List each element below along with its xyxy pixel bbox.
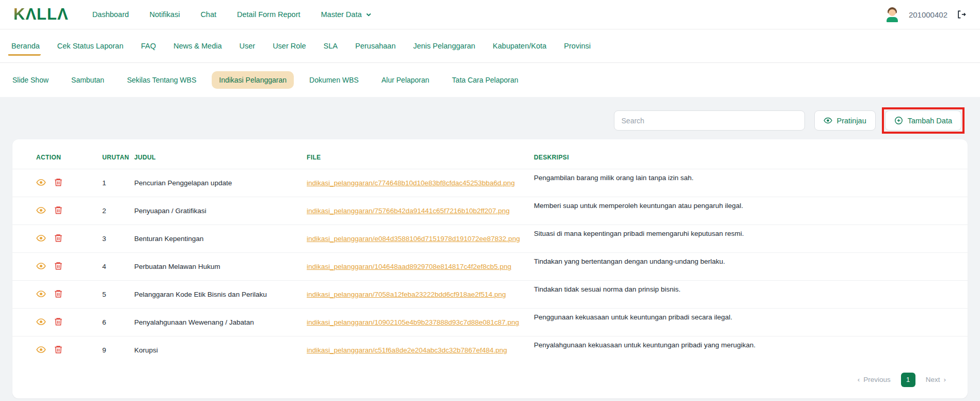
indikasi-pelanggaran-table: ACTION URUTAN JUDUL FILE DESKRIPSI 1 Pen… [12, 139, 968, 364]
search-input[interactable] [614, 110, 805, 131]
nav-item-notifikasi[interactable]: Notifikasi [150, 10, 180, 19]
file-link[interactable]: indikasi_pelanggaran/7058a12feba23222bdd… [307, 291, 506, 298]
cell-urutan: 4 [102, 253, 134, 281]
nav-item-chat[interactable]: Chat [200, 10, 216, 19]
file-link[interactable]: indikasi_pelanggaran/10902105e4b9b237888… [307, 318, 519, 326]
cell-urutan: 6 [102, 309, 134, 336]
cell-urutan: 1 [102, 169, 134, 197]
kalla-logo[interactable]: KΛLLΛ [13, 5, 69, 24]
tab-beranda[interactable]: Beranda [11, 29, 40, 62]
file-link[interactable]: indikasi_pelanggaran/75766b42da91441c65f… [307, 207, 510, 215]
cell-deskripsi: Penyalahgunaan kekuasaan untuk keuntunga… [534, 336, 968, 364]
view-icon[interactable] [36, 205, 46, 215]
data-table-card: ACTION URUTAN JUDUL FILE DESKRIPSI 1 Pen… [12, 139, 968, 398]
table-header-urutan: URUTAN [102, 139, 134, 169]
view-icon[interactable] [36, 233, 46, 243]
nav-item-dashboard[interactable]: Dashboard [92, 10, 129, 19]
subtab-dokumen-wbs[interactable]: Dokumen WBS [302, 71, 366, 89]
file-link[interactable]: indikasi_pelanggaran/104648aad8929708e81… [307, 263, 511, 270]
previous-page-button[interactable]: ‹ Previous [858, 376, 891, 383]
tambah-data-label: Tambah Data [908, 117, 952, 125]
file-link[interactable]: indikasi_pelanggaran/e084d3588106d715197… [307, 235, 520, 243]
page-number-current[interactable]: 1 [901, 373, 915, 387]
pagination: ‹ Previous 1 Next › [12, 364, 968, 393]
tab-news-media[interactable]: News & Media [173, 29, 222, 62]
tab-user[interactable]: User [240, 29, 256, 62]
table-header-file: FILE [307, 139, 534, 169]
tab-cek-status-laporan[interactable]: Cek Status Laporan [57, 29, 123, 62]
table-header-deskripsi: DESKRIPSI [534, 139, 968, 169]
chevron-left-icon: ‹ [858, 376, 860, 383]
cell-urutan: 5 [102, 281, 134, 309]
cell-deskripsi: Penggunaan kekuasaan untuk keuntungan pr… [534, 309, 968, 336]
table-row: 6 Penyalahgunaan Wewenang / Jabatan indi… [12, 309, 968, 336]
delete-icon[interactable] [54, 261, 63, 270]
logout-icon[interactable] [956, 9, 967, 20]
tab-jenis-pelanggaran[interactable]: Jenis Pelanggaran [413, 29, 475, 62]
file-link[interactable]: indikasi_pelanggaran/c51f6a8de2e204abc3d… [307, 346, 507, 354]
cell-deskripsi: Tindakan yang bertentangan dengan undang… [534, 253, 968, 281]
nav-item-detail-form-report[interactable]: Detail Form Report [237, 10, 300, 19]
tab-sla[interactable]: SLA [324, 29, 338, 62]
subtab-slide-show[interactable]: Slide Show [5, 71, 56, 89]
cell-judul: Pencurian Penggelapan update [134, 169, 307, 197]
table-row: 1 Pencurian Penggelapan update indikasi_… [12, 169, 968, 197]
top-nav: Dashboard Notifikasi Chat Detail Form Re… [92, 10, 372, 19]
table-row: 4 Perbuatan Melawan Hukum indikasi_pelan… [12, 253, 968, 281]
table-row: 3 Benturan Kepentingan indikasi_pelangga… [12, 225, 968, 253]
sub-tabs: Slide Show Sambutan Sekilas Tentang WBS … [0, 63, 980, 97]
delete-icon[interactable] [54, 289, 63, 298]
cell-deskripsi: Memberi suap untuk memperoleh keuntungan… [534, 197, 968, 225]
view-icon[interactable] [36, 289, 46, 299]
plus-circle-icon [894, 116, 903, 125]
view-icon[interactable] [36, 345, 46, 355]
subtab-indikasi-pelanggaran[interactable]: Indikasi Pelanggaran [212, 71, 294, 89]
cell-judul: Penyuapan / Gratifikasi [134, 197, 307, 225]
next-label: Next [926, 376, 940, 383]
delete-icon[interactable] [54, 205, 63, 215]
table-row: 2 Penyuapan / Gratifikasi indikasi_pelan… [12, 197, 968, 225]
main-tabs: Beranda Cek Status Laporan FAQ News & Me… [0, 29, 980, 63]
delete-icon[interactable] [54, 233, 63, 243]
cell-urutan: 3 [102, 225, 134, 253]
subtab-sambutan[interactable]: Sambutan [64, 71, 112, 89]
delete-icon[interactable] [54, 317, 63, 326]
pratinjau-button[interactable]: Pratinjau [814, 110, 876, 131]
tambah-data-button[interactable]: Tambah Data [885, 110, 961, 131]
view-icon[interactable] [36, 178, 46, 187]
tab-perusahaan[interactable]: Perusahaan [355, 29, 396, 62]
pratinjau-label: Pratinjau [837, 117, 866, 125]
tab-faq[interactable]: FAQ [141, 29, 156, 62]
top-bar: KΛLLΛ Dashboard Notifikasi Chat Detail F… [0, 0, 980, 29]
cell-deskripsi: Tindakan tidak sesuai norma dan prinsip … [534, 281, 968, 309]
subtab-alur-pelaporan[interactable]: Alur Pelaporan [374, 71, 437, 89]
file-link[interactable]: indikasi_pelanggaran/c774648b10d10e83bf8… [307, 179, 515, 187]
eye-icon [824, 116, 832, 125]
toolbar: Pratinjau Tambah Data [12, 110, 968, 131]
logo-rest: ΛLLΛ [25, 5, 68, 24]
table-header-action: ACTION [12, 139, 102, 169]
table-row: 5 Pelanggaran Kode Etik Bisnis dan Peril… [12, 281, 968, 309]
subtab-tata-cara-pelaporan[interactable]: Tata Cara Pelaporan [445, 71, 525, 89]
cell-judul: Korupsi [134, 336, 307, 364]
master-data-label: Master Data [321, 10, 362, 19]
cell-judul: Penyalahgunaan Wewenang / Jabatan [134, 309, 307, 336]
delete-icon[interactable] [54, 345, 63, 354]
cell-judul: Perbuatan Melawan Hukum [134, 253, 307, 281]
tab-user-role[interactable]: User Role [273, 29, 306, 62]
avatar[interactable] [884, 7, 900, 22]
previous-label: Previous [863, 376, 891, 383]
user-id: 201000402 [909, 10, 947, 19]
tab-provinsi[interactable]: Provinsi [564, 29, 591, 62]
view-icon[interactable] [36, 261, 46, 271]
cell-judul: Benturan Kepentingan [134, 225, 307, 253]
delete-icon[interactable] [54, 178, 63, 187]
tab-kabupaten-kota[interactable]: Kabupaten/Kota [493, 29, 546, 62]
view-icon[interactable] [36, 317, 46, 327]
cell-judul: Pelanggaran Kode Etik Bisnis dan Perilak… [134, 281, 307, 309]
subtab-sekilas-tentang-wbs[interactable]: Sekilas Tentang WBS [120, 71, 203, 89]
nav-item-master-data[interactable]: Master Data [321, 10, 372, 19]
cell-deskripsi: Pengambilan barang milik orang lain tanp… [534, 169, 968, 197]
next-page-button[interactable]: Next › [926, 376, 946, 383]
content-area: Pratinjau Tambah Data ACTION URUTAN JUDU… [0, 97, 980, 398]
